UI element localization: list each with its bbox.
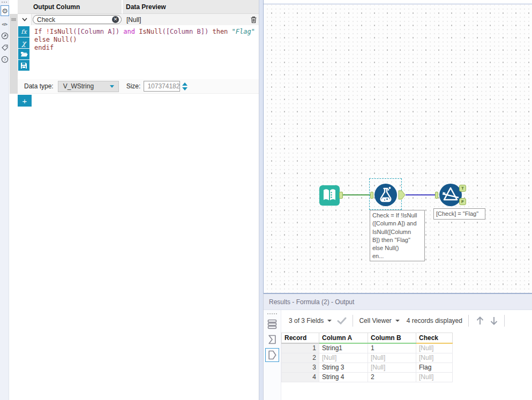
rail-overflow-icon[interactable] xyxy=(1,1,8,3)
results-panel: Results - Formula (2) - Output xyxy=(263,293,532,400)
open-expression-button[interactable] xyxy=(18,49,29,59)
table-cell[interactable]: 2 xyxy=(282,353,319,363)
output-column-input[interactable] xyxy=(33,15,122,24)
left-toolbar-rail: ⚙ </> ? xyxy=(0,0,9,400)
formula-input-anchor[interactable] xyxy=(370,192,373,199)
cell-viewer-dropdown[interactable]: Cell Viewer xyxy=(359,317,399,324)
size-field-wrap xyxy=(144,81,188,92)
functions-button[interactable]: fx xyxy=(18,26,29,37)
variables-icon: χ xyxy=(22,39,26,47)
code-line: else Null() xyxy=(34,36,258,44)
table-header-row: RecordColumn AColumn BCheck xyxy=(282,333,453,344)
scroll-down-button[interactable] xyxy=(490,316,498,326)
annotation-tab[interactable] xyxy=(0,42,9,54)
table-cell[interactable]: [Null] xyxy=(416,353,453,363)
code-line: If !IsNull([Column A]) and IsNull([Colum… xyxy=(34,28,258,36)
table-row[interactable]: 2[Null][Null][Null] xyxy=(282,353,453,363)
add-row-gutter xyxy=(10,94,18,107)
results-toolbar: 3 of 3 Fields Cell Viewer 4 reco xyxy=(281,310,532,331)
filter-input-anchor[interactable] xyxy=(435,192,438,199)
scroll-up-button[interactable] xyxy=(476,316,484,326)
data-preview-value: [Null] xyxy=(123,16,248,24)
add-expression-button[interactable]: + xyxy=(18,95,32,107)
size-stepper[interactable] xyxy=(182,82,188,90)
sidebar-grip-icon[interactable] xyxy=(267,313,278,315)
clear-column-icon[interactable]: ✕ xyxy=(112,16,119,23)
input-anchor-icon xyxy=(267,334,278,345)
data-preview-header: Data Preview xyxy=(123,0,259,14)
table-row[interactable]: 4String 42[Null] xyxy=(282,372,453,382)
table-row[interactable]: 3String 3[Null]Flag xyxy=(282,363,453,372)
false-anchor-label: F xyxy=(461,199,464,204)
code-icon: </> xyxy=(2,22,7,27)
column-header[interactable]: Check xyxy=(416,333,453,344)
table-cell[interactable]: 1 xyxy=(368,343,416,353)
table-cell[interactable]: 4 xyxy=(282,372,319,382)
input-data-tool[interactable] xyxy=(319,185,340,206)
workflow-canvas[interactable]: T F Check = If !IsNull([Column A]) andIs… xyxy=(263,0,532,293)
formula-tool[interactable] xyxy=(374,183,398,207)
table-cell[interactable]: [Null] xyxy=(416,343,453,353)
column-header[interactable]: Column A xyxy=(319,333,368,344)
input-data-icon xyxy=(319,185,340,206)
editor-toolbar: fx χ xyxy=(18,25,32,79)
apply-fields-button[interactable] xyxy=(337,317,347,324)
annotation-line: ([Column A]) and xyxy=(372,220,422,228)
add-expression-row: + xyxy=(10,94,259,107)
expression-code-editor[interactable]: If !IsNull([Column A]) and IsNull([Colum… xyxy=(32,25,259,79)
save-disk-icon xyxy=(20,62,27,69)
formula-icon xyxy=(374,183,398,207)
formula-output-anchor[interactable] xyxy=(398,190,406,200)
fields-dropdown[interactable]: 3 of 3 Fields xyxy=(289,317,332,324)
formula-annotation[interactable]: Check = If !IsNull([Column A]) andIsNull… xyxy=(370,210,425,261)
variables-button[interactable]: χ xyxy=(18,37,29,48)
arrow-down-icon xyxy=(490,316,498,326)
table-cell[interactable]: String1 xyxy=(319,343,368,353)
stepper-up-icon[interactable] xyxy=(182,82,188,86)
code-view-tab[interactable]: </> xyxy=(0,18,9,30)
chevron-down-icon xyxy=(327,320,332,322)
table-cell[interactable]: 1 xyxy=(282,343,319,353)
canvas-top-edge xyxy=(264,0,532,4)
stepper-down-icon[interactable] xyxy=(182,87,188,90)
delete-expression-button[interactable] xyxy=(248,16,259,24)
table-cell[interactable]: String 3 xyxy=(319,363,368,372)
data-type-row: Data type: V_WString Size: xyxy=(10,79,259,94)
input-output-anchor[interactable] xyxy=(339,192,343,199)
connection-formula-to-filter[interactable] xyxy=(406,194,435,195)
size-input[interactable] xyxy=(144,81,180,92)
output-anchor-view-button[interactable] xyxy=(265,348,279,362)
results-main: 3 of 3 Fields Cell Viewer 4 reco xyxy=(281,310,532,400)
input-anchor-view-button[interactable] xyxy=(265,333,279,346)
filter-false-output-anchor[interactable]: F xyxy=(459,198,466,205)
column-header[interactable]: Column B xyxy=(368,333,416,344)
table-cell[interactable]: [Null] xyxy=(368,363,416,372)
toolbar-divider xyxy=(468,315,469,327)
fields-count-label: 3 of 3 Fields xyxy=(289,317,324,324)
table-cell[interactable]: Flag xyxy=(416,363,453,372)
column-header[interactable]: Record xyxy=(282,333,319,344)
collapse-expression-button[interactable] xyxy=(18,14,32,25)
data-type-select[interactable]: V_WString xyxy=(58,81,119,92)
help-tab[interactable]: ? xyxy=(0,54,9,65)
table-row[interactable]: 1String11[Null] xyxy=(282,343,453,353)
run-results-tab[interactable] xyxy=(0,30,9,42)
expression-row: ✕ [Null] xyxy=(10,14,259,25)
filter-true-output-anchor[interactable]: T xyxy=(459,185,466,192)
table-cell[interactable]: String 4 xyxy=(319,372,368,382)
table-cell[interactable]: 2 xyxy=(368,372,416,382)
metadata-view-button[interactable] xyxy=(265,317,279,331)
connection-input-to-formula[interactable] xyxy=(343,194,370,195)
table-cell[interactable]: [Null] xyxy=(368,353,416,363)
output-anchor-icon xyxy=(267,350,278,360)
table-cell[interactable]: 3 xyxy=(282,363,319,372)
chevron-down-icon xyxy=(395,320,400,322)
table-cell[interactable]: [Null] xyxy=(416,372,453,382)
table-cell[interactable]: [Null] xyxy=(319,353,368,363)
panel-splitter-scrollbar[interactable] xyxy=(259,0,263,400)
results-table: RecordColumn AColumn BCheck 1String11[Nu… xyxy=(281,333,453,382)
configuration-tab[interactable]: ⚙ xyxy=(1,5,9,16)
row-drag-handle[interactable] xyxy=(10,14,18,25)
filter-annotation[interactable]: [Check] = "Flag" xyxy=(433,208,485,220)
save-expression-button[interactable] xyxy=(18,60,29,71)
